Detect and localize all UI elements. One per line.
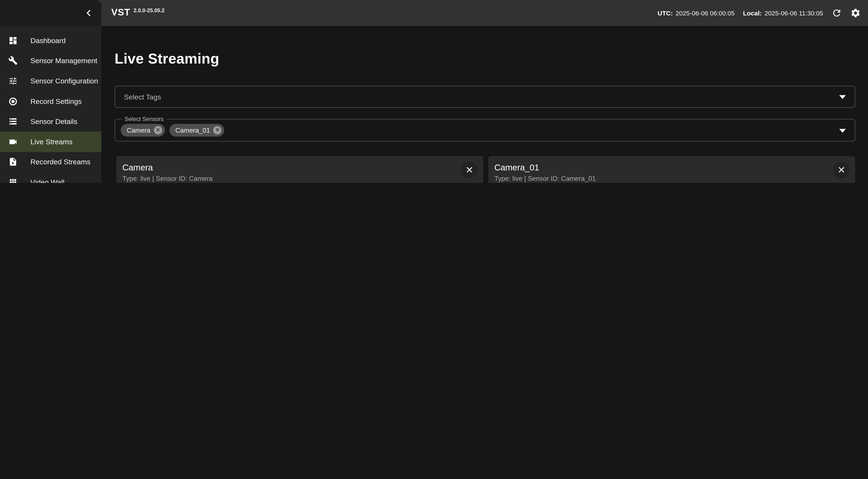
record-icon <box>8 96 18 106</box>
select-tags-dropdown[interactable]: Select Tags <box>115 86 855 108</box>
chip-label: Camera_01 <box>175 126 210 134</box>
sidebar-item-sensor-details[interactable]: Sensor Details <box>0 111 101 132</box>
sidebar-item-recorded-streams[interactable]: Recorded Streams <box>0 152 101 172</box>
stream-title: Camera_01 <box>494 163 539 173</box>
page-title: Live Streaming <box>115 50 219 67</box>
list-icon <box>8 116 18 127</box>
chip-label: Camera <box>127 126 151 134</box>
brand-logo: VST <box>111 6 130 19</box>
tune-icon <box>8 76 18 86</box>
close-icon <box>465 165 474 174</box>
brand-version: 2.0.0-25.05.2 <box>134 7 165 14</box>
wrench-icon <box>8 56 18 66</box>
sidebar: Dashboard Sensor Management Sensor Confi… <box>0 26 101 183</box>
sidebar-collapse-button[interactable] <box>82 6 96 20</box>
video-file-icon <box>8 157 18 167</box>
utc-value: 2025-06-06 06:00:05 <box>676 10 735 16</box>
settings-button[interactable] <box>850 8 861 19</box>
close-stream-button[interactable] <box>833 162 850 178</box>
sidebar-item-label: Record Settings <box>30 97 82 105</box>
sidebar-item-label: Sensor Management <box>30 57 97 65</box>
sidebar-item-label: Dashboard <box>30 36 66 44</box>
select-sensors-dropdown[interactable]: Select Sensors Camera ✕ Camera_01 ✕ <box>115 119 855 141</box>
utc-clock: UTC:2025-06-06 06:00:05 <box>658 10 735 16</box>
videocam-icon <box>8 137 18 146</box>
utc-label: UTC: <box>658 10 673 16</box>
sidebar-nav: Dashboard Sensor Management Sensor Confi… <box>0 26 101 183</box>
local-label: Local: <box>743 10 762 16</box>
sidebar-item-dashboard[interactable]: Dashboard <box>0 30 101 51</box>
chip-remove-icon[interactable]: ✕ <box>154 126 162 134</box>
top-bar: VST 2.0.0-25.05.2 UTC:2025-06-06 06:00:0… <box>0 0 868 26</box>
stream-card-camera-01: Camera_01 Type: live | Sensor ID: Camera… <box>488 156 855 183</box>
grid-icon <box>8 177 18 183</box>
gear-icon <box>850 8 861 19</box>
chip-remove-icon[interactable]: ✕ <box>213 126 221 134</box>
vst-app: VST 2.0.0-25.05.2 UTC:2025-06-06 06:00:0… <box>0 0 868 183</box>
sidebar-item-live-streams[interactable]: Live Streams <box>0 132 101 152</box>
sidebar-item-label: Video Wall <box>30 178 64 183</box>
close-stream-button[interactable] <box>461 162 478 178</box>
sidebar-item-label: Sensor Configuration <box>30 77 98 85</box>
sidebar-item-label: Recorded Streams <box>30 158 91 166</box>
sidebar-header <box>0 0 101 26</box>
local-clock: Local:2025-06-06 11:30:05 <box>743 10 823 16</box>
sidebar-item-sensor-configuration[interactable]: Sensor Configuration <box>0 71 101 91</box>
sensor-chips: Camera ✕ Camera_01 ✕ <box>121 119 224 141</box>
topbar-right: UTC:2025-06-06 06:00:05 Local:2025-06-06… <box>658 0 861 26</box>
refresh-icon <box>831 8 842 19</box>
dashboard-icon <box>8 35 18 45</box>
chevron-left-icon <box>84 8 94 18</box>
stream-meta: Type: live | Sensor ID: Camera <box>122 175 213 182</box>
stream-card-camera: Camera Type: live | Sensor ID: Camera <box>116 156 483 183</box>
sidebar-item-label: Sensor Details <box>30 117 77 126</box>
sidebar-item-label: Live Streams <box>30 137 72 146</box>
sidebar-item-record-settings[interactable]: Record Settings <box>0 91 101 111</box>
sidebar-item-sensor-management[interactable]: Sensor Management <box>0 51 101 71</box>
local-value: 2025-06-06 11:30:05 <box>765 10 823 16</box>
stream-meta: Type: live | Sensor ID: Camera_01 <box>494 175 596 182</box>
sidebar-item-video-wall[interactable]: Video Wall <box>0 172 101 183</box>
main-content: Live Streaming Select Tags Select Sensor… <box>101 26 868 183</box>
sensor-chip-camera[interactable]: Camera ✕ <box>121 124 165 137</box>
stream-title: Camera <box>122 163 153 173</box>
close-icon <box>837 165 846 174</box>
refresh-button[interactable] <box>831 8 842 19</box>
chevron-down-icon <box>839 95 846 99</box>
sensor-chip-camera-01[interactable]: Camera_01 ✕ <box>169 124 224 137</box>
select-tags-placeholder: Select Tags <box>124 87 161 107</box>
chevron-down-icon <box>839 129 846 132</box>
